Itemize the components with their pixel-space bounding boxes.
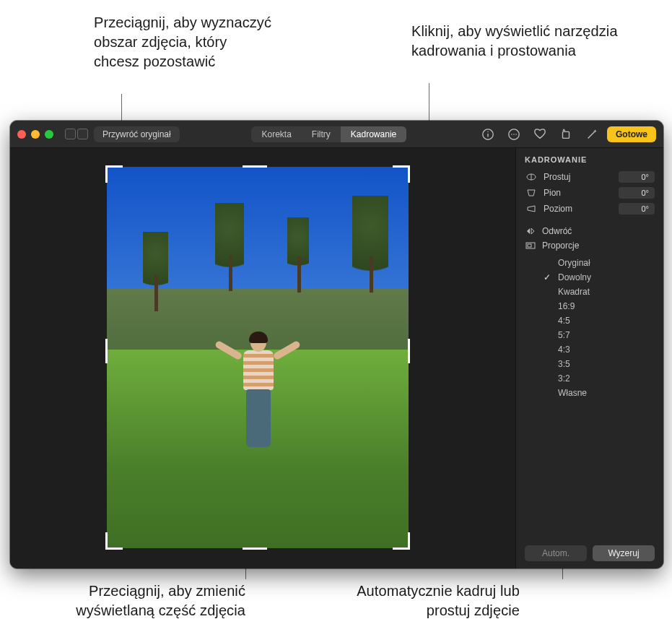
photo-preview[interactable]	[107, 167, 409, 548]
crop-handle-top-left[interactable]	[105, 165, 123, 183]
vertical-row[interactable]: Pion 0°	[525, 187, 655, 199]
aspect-option-label: 3:2	[558, 373, 570, 384]
view-mode-icons[interactable]	[65, 129, 88, 139]
edit-mode-tabs: Korekta Filtry Kadrowanie	[251, 126, 406, 142]
vertical-label: Pion	[544, 188, 613, 198]
aspect-option[interactable]: 4:3	[544, 345, 655, 355]
crop-handle-left[interactable]	[105, 339, 108, 363]
straighten-row[interactable]: Prostuj 0°	[525, 171, 655, 183]
photo-region	[287, 217, 309, 282]
close-icon[interactable]	[17, 130, 26, 139]
aspect-option[interactable]: 3:5	[544, 359, 655, 369]
aspect-label: Proporcje	[542, 241, 579, 251]
split-view-icon[interactable]	[77, 129, 88, 139]
crop-handle-bottom-right[interactable]	[393, 532, 410, 550]
titlebar: Przywróć oryginał Korekta Filtry Kadrowa…	[10, 121, 663, 148]
aspect-option[interactable]: Oryginał	[544, 258, 655, 268]
done-button[interactable]: Gotowe	[607, 126, 656, 142]
reset-crop-button[interactable]: Wyzeruj	[593, 545, 655, 561]
aspect-option[interactable]: 3:2	[544, 373, 655, 384]
aspect-header[interactable]: Proporcje	[525, 241, 655, 251]
rotate-icon[interactable]	[557, 126, 575, 142]
horizontal-value[interactable]: 0°	[619, 203, 655, 215]
favorite-icon[interactable]	[531, 126, 549, 142]
aspect-ratio-list: Oryginał✓DowolnyKwadrat16:94:55:74:33:53…	[544, 258, 655, 398]
content-area: KADROWANIE Prostuj 0° Pion 0° Poziom	[10, 148, 663, 568]
aspect-option-label: Własne	[558, 388, 587, 398]
checkmark-icon: ✓	[544, 272, 554, 282]
aspect-option[interactable]: ✓Dowolny	[544, 272, 655, 282]
svg-rect-7	[563, 131, 570, 138]
minimize-icon[interactable]	[31, 130, 40, 139]
straighten-label: Prostuj	[544, 172, 613, 182]
photo-region	[215, 203, 244, 290]
more-icon[interactable]	[505, 126, 523, 142]
crop-handle-bottom-left[interactable]	[105, 532, 123, 550]
tab-crop[interactable]: Kadrowanie	[341, 126, 406, 142]
callout-auto-crop: Automatycznie kadruj lub prostuj zdjęcie	[310, 581, 520, 620]
svg-point-6	[515, 134, 517, 135]
tab-filters[interactable]: Filtry	[302, 126, 341, 142]
vertical-perspective-icon	[525, 188, 538, 198]
photo-region	[352, 196, 388, 297]
crop-frame[interactable]	[107, 167, 409, 548]
photo-subject	[233, 333, 284, 456]
svg-point-5	[513, 134, 515, 135]
thumbnail-view-icon[interactable]	[65, 129, 76, 139]
aspect-icon	[525, 241, 536, 250]
crop-handle-top[interactable]	[243, 165, 267, 168]
app-window: Przywróć oryginał Korekta Filtry Kadrowa…	[10, 121, 663, 568]
tab-adjust[interactable]: Korekta	[251, 126, 301, 142]
window-traffic-lights[interactable]	[17, 130, 53, 139]
auto-crop-button[interactable]: Autom.	[525, 545, 587, 561]
toolbar-actions	[479, 126, 601, 142]
photo-canvas[interactable]	[10, 148, 515, 568]
aspect-option-label: Dowolny	[558, 272, 591, 282]
sidebar-footer: Autom. Wyzeruj	[525, 537, 655, 561]
crop-sidebar: KADROWANIE Prostuj 0° Pion 0° Poziom	[515, 148, 663, 568]
aspect-option[interactable]: Własne	[544, 388, 655, 398]
sidebar-header: KADROWANIE	[525, 155, 655, 164]
aspect-option-label: Oryginał	[558, 258, 590, 268]
flip-label: Odwróć	[542, 226, 572, 236]
straighten-icon	[525, 172, 538, 182]
callout-crop-area: Przeciągnij, aby wyznaczyć obszar zdjęci…	[94, 13, 274, 72]
svg-point-2	[487, 131, 488, 131]
aspect-option[interactable]: Kwadrat	[544, 287, 655, 297]
aspect-option[interactable]: 5:7	[544, 330, 655, 340]
aspect-option-label: 4:3	[558, 345, 570, 355]
aspect-option-label: 5:7	[558, 330, 570, 340]
callout-drag-photo: Przeciągnij, aby zmienić wyświetlaną czę…	[36, 581, 245, 620]
straighten-value[interactable]: 0°	[619, 171, 655, 183]
aspect-option[interactable]: 4:5	[544, 316, 655, 326]
auto-enhance-icon[interactable]	[582, 126, 601, 142]
aspect-option-label: 3:5	[558, 359, 570, 369]
svg-point-4	[511, 134, 512, 135]
flip-button[interactable]: Odwróć	[525, 226, 655, 236]
flip-icon	[525, 227, 536, 235]
crop-handle-right[interactable]	[408, 339, 410, 363]
photo-region	[143, 232, 168, 304]
horizontal-perspective-icon	[525, 204, 538, 214]
aspect-option[interactable]: 16:9	[544, 301, 655, 311]
aspect-option-label: Kwadrat	[558, 287, 590, 297]
crop-handle-top-right[interactable]	[393, 165, 410, 183]
svg-rect-11	[528, 244, 531, 247]
aspect-option-label: 4:5	[558, 316, 570, 326]
crop-handle-bottom[interactable]	[243, 547, 267, 550]
fullscreen-icon[interactable]	[45, 130, 53, 139]
aspect-option-label: 16:9	[558, 301, 575, 311]
horizontal-label: Poziom	[544, 204, 613, 214]
info-icon[interactable]	[479, 126, 497, 142]
vertical-value[interactable]: 0°	[619, 187, 655, 199]
callout-crop-tools: Kliknij, aby wyświetlić narzędzia kadrow…	[411, 22, 628, 61]
horizontal-row[interactable]: Poziom 0°	[525, 203, 655, 215]
revert-original-button[interactable]: Przywróć oryginał	[94, 126, 180, 142]
